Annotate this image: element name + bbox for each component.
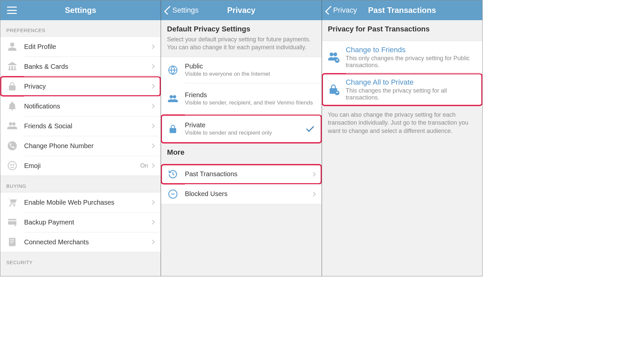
row-blocked-users[interactable]: Blocked Users [161, 184, 321, 204]
navbar-past-transactions: Privacy Past Transactions [322, 0, 482, 20]
option-sub: Visible to sender, recipient, and their … [185, 100, 317, 106]
more-header: More [167, 148, 315, 157]
phone-icon [6, 140, 18, 152]
svg-point-2 [11, 164, 12, 165]
card-refresh-icon [6, 216, 18, 228]
hamburger-button[interactable] [3, 7, 17, 14]
past-transactions-content: Privacy for Past Transactions Change to … [322, 20, 482, 276]
svg-rect-9 [10, 242, 13, 243]
past-transactions-pane: Privacy Past Transactions Privacy for Pa… [322, 0, 482, 276]
option-private[interactable]: Private Visible to sender and recipient … [161, 115, 321, 143]
svg-rect-4 [8, 219, 17, 225]
footer-note: You can also change the privacy setting … [322, 106, 482, 140]
action-sub: This changes the privacy setting for all… [346, 87, 478, 101]
friends-badge-icon [328, 51, 340, 63]
row-notifications[interactable]: Notifications [0, 96, 161, 116]
emoji-icon [6, 160, 18, 172]
more-header-block: More [161, 143, 321, 164]
chevron-right-icon [150, 104, 155, 108]
page-title: Settings [65, 6, 96, 15]
chevron-right-icon [150, 143, 155, 148]
row-label: Past Transactions [185, 170, 311, 178]
navbar-settings: Settings [0, 0, 161, 20]
chevron-left-icon [325, 6, 334, 15]
chevron-left-icon [164, 6, 173, 15]
privacy-content: Default Privacy Settings Select your def… [161, 20, 321, 276]
chevron-right-icon [150, 44, 155, 49]
option-sub: Visible to sender and recipient only [185, 130, 306, 136]
back-button-settings[interactable]: Settings [164, 6, 199, 15]
row-label: Enable Mobile Web Purchases [24, 199, 151, 206]
row-change-phone[interactable]: Change Phone Number [0, 136, 161, 156]
friends-icon [6, 120, 18, 132]
row-edit-profile[interactable]: Edit Profile [0, 37, 161, 57]
merchants-icon [6, 236, 18, 248]
cart-icon [6, 196, 18, 208]
svg-point-1 [8, 162, 17, 170]
page-title: Privacy [227, 6, 255, 15]
svg-point-0 [8, 141, 17, 150]
row-label: Blocked Users [185, 190, 311, 198]
option-public[interactable]: Public Visible to everyone on the Intern… [161, 57, 321, 83]
row-emoji[interactable]: Emoji On [0, 156, 161, 176]
row-label: Banks & Cards [24, 63, 151, 70]
settings-pane: Settings PREFERENCES Edit Profile Banks … [0, 0, 161, 276]
row-backup-payment[interactable]: Backup Payment [0, 212, 161, 232]
history-icon [167, 168, 179, 180]
row-label: Notifications [24, 102, 151, 110]
privacy-options-list: Public Visible to everyone on the Intern… [161, 57, 321, 143]
option-label: Private [185, 121, 306, 129]
past-privacy-header: Privacy for Past Transactions [322, 20, 482, 41]
action-change-all-private[interactable]: Change All to Private This changes the p… [322, 73, 482, 106]
action-change-to-friends[interactable]: Change to Friends This only changes the … [322, 41, 482, 73]
friends-icon [167, 93, 179, 105]
row-banks-cards[interactable]: Banks & Cards [0, 57, 161, 76]
lock-icon [167, 123, 179, 135]
svg-rect-8 [10, 241, 15, 242]
svg-rect-7 [10, 239, 15, 240]
default-privacy-title: Default Privacy Settings [167, 25, 315, 33]
default-privacy-header: Default Privacy Settings Select your def… [161, 20, 321, 57]
svg-point-3 [13, 164, 14, 165]
row-privacy[interactable]: Privacy [0, 76, 161, 96]
option-friends[interactable]: Friends Visible to sender, recipient, an… [161, 83, 321, 115]
row-past-transactions[interactable]: Past Transactions [161, 164, 321, 184]
chevron-right-icon [150, 163, 155, 168]
check-icon [306, 124, 314, 132]
chevron-right-icon [150, 220, 155, 224]
row-label: Connected Merchants [24, 238, 151, 246]
row-value: On [140, 162, 148, 169]
back-button-privacy[interactable]: Privacy [325, 6, 357, 15]
chevron-right-icon [150, 240, 155, 244]
buying-list: Enable Mobile Web Purchases Backup Payme… [0, 192, 161, 252]
page-title: Past Transactions [368, 6, 436, 15]
row-label: Edit Profile [24, 43, 151, 51]
more-list: Past Transactions Blocked Users [161, 164, 321, 204]
svg-point-14 [335, 91, 339, 95]
row-label: Change Phone Number [24, 142, 151, 150]
past-actions-list: Change to Friends This only changes the … [322, 41, 482, 106]
chevron-right-icon [311, 192, 316, 196]
section-buying: BUYING [0, 176, 161, 192]
privacy-pane: Settings Privacy Default Privacy Setting… [161, 0, 321, 276]
bank-icon [6, 61, 18, 72]
lock-icon [6, 80, 18, 92]
row-label: Privacy [24, 83, 151, 90]
chevron-right-icon [311, 172, 316, 177]
row-enable-mobile-web[interactable]: Enable Mobile Web Purchases [0, 192, 161, 212]
chevron-right-icon [150, 124, 155, 128]
lock-badge-icon [328, 84, 340, 96]
row-connected-merchants[interactable]: Connected Merchants [0, 232, 161, 252]
svg-rect-5 [8, 220, 17, 222]
globe-icon [167, 64, 179, 76]
action-label: Change All to Private [346, 78, 478, 87]
option-sub: Visible to everyone on the Internet [185, 71, 317, 77]
row-label: Friends & Social [24, 122, 151, 130]
back-label: Privacy [333, 6, 357, 15]
chevron-right-icon [150, 84, 155, 89]
hamburger-icon [7, 7, 17, 14]
person-icon [6, 41, 18, 53]
row-friends-social[interactable]: Friends & Social [0, 116, 161, 136]
default-privacy-sub: Select your default privacy setting for … [167, 35, 315, 52]
action-sub: This only changes the privacy setting fo… [346, 55, 478, 69]
